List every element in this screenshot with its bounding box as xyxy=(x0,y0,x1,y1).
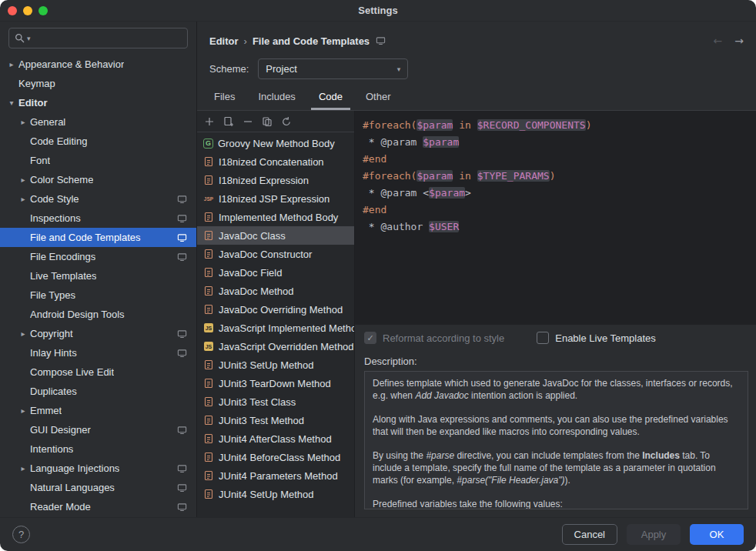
sidebar-item-label: Emmet xyxy=(30,405,62,416)
sidebar-item-font[interactable]: Font xyxy=(0,151,196,170)
groovy-icon: G xyxy=(203,139,213,149)
code-editor[interactable]: #foreach($param in $RECORD_COMPONENTS) *… xyxy=(355,111,756,325)
search-options-chevron-icon[interactable]: ▾ xyxy=(27,35,31,42)
tab-includes[interactable]: Includes xyxy=(250,84,303,110)
apply-button[interactable]: Apply xyxy=(627,524,681,545)
template-item-label: I18nized Concatenation xyxy=(219,156,324,168)
chevron-right-icon[interactable]: ▸ xyxy=(16,464,30,473)
cancel-button[interactable]: Cancel xyxy=(562,524,617,545)
template-item-junit4-beforeclass-method[interactable]: JUnit4 BeforeClass Method xyxy=(197,448,354,466)
template-item-i18nized-expression[interactable]: I18nized Expression xyxy=(197,171,354,189)
sidebar-item-label: Duplicates xyxy=(30,386,77,397)
template-item-label: JUnit3 Test Method xyxy=(219,415,304,426)
sidebar-item-natural-languages[interactable]: Natural Languages xyxy=(0,478,196,497)
sidebar-item-inspections[interactable]: Inspections xyxy=(0,209,196,228)
chevron-right-icon[interactable]: ▸ xyxy=(16,406,30,415)
code-line: * @param <$param> xyxy=(363,185,748,202)
sidebar-item-file-and-code-templates[interactable]: File and Code Templates xyxy=(0,228,196,247)
sidebar-item-keymap[interactable]: Keymap xyxy=(0,74,196,93)
sidebar-item-appearance-behavior[interactable]: ▸Appearance & Behavior xyxy=(0,55,196,74)
template-item-junit3-setup-method[interactable]: JUnit3 SetUp Method xyxy=(197,356,354,374)
live-templates-checkbox[interactable] xyxy=(537,332,549,344)
description-paragraph: By using the #parse directive, you can i… xyxy=(373,449,740,486)
sidebar-item-intentions[interactable]: Intentions xyxy=(0,439,196,459)
sidebar-item-live-templates[interactable]: Live Templates xyxy=(0,266,196,286)
tab-files[interactable]: Files xyxy=(206,84,243,110)
create-child-template-icon[interactable] xyxy=(220,113,237,130)
file-template-icon xyxy=(202,433,215,444)
template-item-label: JavaDoc Field xyxy=(219,267,282,279)
template-item-label: JavaScript Overridden Method Body xyxy=(219,341,354,352)
template-item-i18nized-concatenation[interactable]: I18nized Concatenation xyxy=(197,152,354,171)
close-button[interactable] xyxy=(8,6,17,15)
sidebar-item-copyright[interactable]: ▸Copyright xyxy=(0,324,196,343)
sidebar-item-label: File and Code Templates xyxy=(30,232,141,243)
template-item-i18nized-jsp-expression[interactable]: JSPI18nized JSP Expression xyxy=(197,189,354,208)
scheme-select[interactable]: Project ▾ xyxy=(258,58,408,79)
ok-button[interactable]: OK xyxy=(690,524,744,545)
forward-icon[interactable]: → xyxy=(734,35,744,47)
sidebar-item-reader-mode[interactable]: Reader Mode xyxy=(0,497,196,516)
template-item-javadoc-field[interactable]: JavaDoc Field xyxy=(197,263,354,282)
template-list[interactable]: GGroovy New Method BodyI18nized Concaten… xyxy=(197,132,354,517)
sidebar-item-general[interactable]: ▸General xyxy=(0,112,196,132)
sidebar-item-file-types[interactable]: File Types xyxy=(0,286,196,305)
template-item-junit3-test-method[interactable]: JUnit3 Test Method xyxy=(197,411,354,429)
settings-search-field[interactable]: ▾ xyxy=(8,28,188,48)
template-item-junit4-parameters-method[interactable]: JUnit4 Parameters Method xyxy=(197,466,354,485)
template-item-label: Implemented Method Body xyxy=(219,212,338,223)
sidebar-item-gui-designer[interactable]: GUI Designer xyxy=(0,420,196,439)
sidebar-item-duplicates[interactable]: Duplicates xyxy=(0,382,196,401)
sidebar-item-label: Color Scheme xyxy=(30,174,93,185)
sidebar-item-code-style[interactable]: ▸Code Style xyxy=(0,189,196,209)
chevron-right-icon[interactable]: ▸ xyxy=(5,60,18,68)
description-box[interactable]: Defines template which used to generate … xyxy=(364,371,748,509)
sidebar-item-label: Natural Languages xyxy=(30,482,115,493)
sidebar-item-color-scheme[interactable]: ▸Color Scheme xyxy=(0,170,196,189)
chevron-right-icon[interactable]: ▸ xyxy=(16,175,30,184)
chevron-down-icon[interactable]: ▾ xyxy=(5,99,18,107)
minimize-button[interactable] xyxy=(23,6,32,15)
sidebar-item-code-editing[interactable]: Code Editing xyxy=(0,132,196,151)
template-item-javascript-implemented-method-body[interactable]: JSJavaScript Implemented Method Body xyxy=(197,319,354,337)
sidebar-item-label: Keymap xyxy=(18,78,55,89)
description-label: Description: xyxy=(355,351,756,371)
reset-icon[interactable] xyxy=(278,113,295,130)
reformat-checkbox[interactable]: ✓ xyxy=(364,332,376,344)
template-item-javadoc-overriding-method[interactable]: JavaDoc Overriding Method xyxy=(197,300,354,319)
sidebar-item-language-injections[interactable]: ▸Language Injections xyxy=(0,459,196,478)
template-item-implemented-method-body[interactable]: Implemented Method Body xyxy=(197,208,354,226)
template-item-junit4-setup-method[interactable]: JUnit4 SetUp Method xyxy=(197,485,354,503)
sidebar-item-android-design-tools[interactable]: Android Design Tools xyxy=(0,305,196,324)
sidebar-item-inlay-hints[interactable]: Inlay Hints xyxy=(0,343,196,362)
back-icon[interactable]: ← xyxy=(714,35,723,47)
breadcrumb-current: File and Code Templates xyxy=(253,35,370,47)
workspace: GGroovy New Method BodyI18nized Concaten… xyxy=(197,111,756,517)
sidebar-item-emmet[interactable]: ▸Emmet xyxy=(0,401,196,420)
file-template-icon xyxy=(202,249,215,259)
sidebar-item-compose-live-edit[interactable]: Compose Live Edit xyxy=(0,362,196,382)
template-item-junit4-afterclass-method[interactable]: JUnit4 AfterClass Method xyxy=(197,429,354,448)
template-item-junit3-teardown-method[interactable]: JUnit3 TearDown Method xyxy=(197,374,354,392)
remove-icon[interactable] xyxy=(239,113,256,130)
zoom-button[interactable] xyxy=(38,6,48,15)
settings-sidebar: ▾ ▸Appearance & BehaviorKeymap▾Editor▸Ge… xyxy=(0,22,197,517)
sidebar-item-file-encodings[interactable]: File Encodings xyxy=(0,247,196,266)
help-button[interactable]: ? xyxy=(12,526,30,543)
chevron-right-icon[interactable]: ▸ xyxy=(16,195,30,203)
template-item-javadoc-class[interactable]: JavaDoc Class xyxy=(197,226,354,245)
add-icon[interactable] xyxy=(201,113,218,130)
template-item-javadoc-constructor[interactable]: JavaDoc Constructor xyxy=(197,245,354,263)
file-template-icon xyxy=(202,286,215,296)
template-item-javascript-overridden-method-body[interactable]: JSJavaScript Overridden Method Body xyxy=(197,337,354,356)
template-item-groovy-new-method-body[interactable]: GGroovy New Method Body xyxy=(197,134,354,152)
chevron-right-icon[interactable]: ▸ xyxy=(16,329,30,338)
tab-other[interactable]: Other xyxy=(358,84,399,110)
chevron-right-icon[interactable]: ▸ xyxy=(16,118,30,126)
tab-code[interactable]: Code xyxy=(311,84,350,110)
template-item-javadoc-method[interactable]: JavaDoc Method xyxy=(197,282,354,300)
duplicate-icon[interactable] xyxy=(259,113,276,130)
breadcrumb-editor[interactable]: Editor xyxy=(209,35,239,47)
sidebar-item-editor[interactable]: ▾Editor xyxy=(0,93,196,112)
template-item-junit3-test-class[interactable]: JUnit3 Test Class xyxy=(197,392,354,411)
